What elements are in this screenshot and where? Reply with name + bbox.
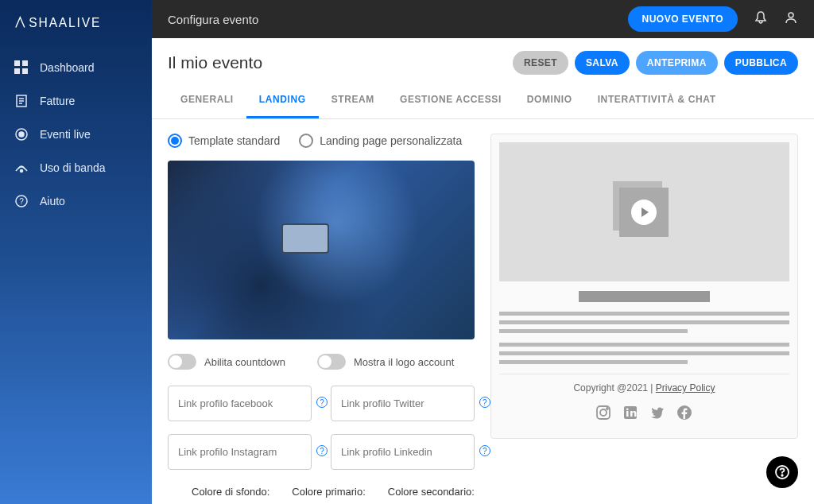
privacy-link[interactable]: Privacy Policy (656, 382, 715, 394)
preview-play-icon (619, 188, 669, 237)
info-icon[interactable]: ? (316, 397, 328, 408)
tab-chat[interactable]: INTERATTIVITÀ & CHAT (585, 83, 729, 118)
radio-template-standard[interactable]: Template standard (168, 134, 280, 148)
preview-hero (499, 142, 789, 281)
facebook-input-wrap: ? (168, 386, 312, 421)
linkedin-icon (622, 405, 638, 424)
sidebar-item-fatture[interactable]: Fatture (0, 84, 152, 118)
tabs: GENERALI LANDING STREAM GESTIONE ACCESSI… (152, 83, 814, 119)
sidebar-item-label: Eventi live (40, 128, 91, 141)
header-actions: RESET SALVA ANTEPRIMA PUBBLICA (513, 51, 798, 75)
sidebar-item-label: Uso di banda (40, 161, 106, 174)
template-radio-group: Template standard Landing page personali… (168, 134, 475, 148)
radio-label: Template standard (188, 134, 280, 147)
toggle-label: Mostra il logo account (354, 356, 454, 368)
sidebar-item-eventi[interactable]: Eventi live (0, 118, 152, 151)
color-secondary-label: Colore secondario: (388, 486, 475, 498)
bandwidth-icon (14, 161, 29, 175)
social-inputs: ? ? ? ? (168, 386, 475, 470)
preview-footer: Copyright @2021 | Privacy Policy (499, 374, 789, 398)
radio-unchecked-icon (299, 134, 313, 148)
preview-text-lines (499, 343, 789, 364)
live-icon (14, 127, 29, 142)
main-area: Configura evento NUOVO EVENTO Il mio eve… (152, 0, 814, 504)
sidebar-item-banda[interactable]: Uso di banda (0, 151, 152, 184)
sidebar-item-label: Fatture (40, 95, 75, 107)
toggle-row: Abilita countdown Mostra il logo account (168, 354, 475, 370)
logo: SHAALIVE (0, 14, 152, 51)
copyright-text: Copyright @2021 | (573, 382, 655, 394)
sidebar-item-aiuto[interactable]: ? Aiuto (0, 184, 152, 218)
preview-card: Copyright @2021 | Privacy Policy (490, 134, 798, 439)
color-background-label: Colore di sfondo: (192, 486, 269, 498)
anteprima-button[interactable]: ANTEPRIMA (636, 51, 718, 75)
preview-text-lines (499, 312, 789, 333)
toggle-logo-wrap: Mostra il logo account (317, 354, 454, 370)
svg-rect-3 (14, 68, 20, 74)
right-column: Copyright @2021 | Privacy Policy (490, 134, 798, 485)
svg-point-17 (607, 408, 608, 409)
radio-label: Landing page personalizzata (320, 134, 462, 147)
help-fab[interactable] (766, 456, 798, 488)
sidebar: SHAALIVE Dashboard Fatture Eventi live U… (0, 0, 152, 504)
new-event-button[interactable]: NUOVO EVENTO (628, 6, 738, 32)
twitter-icon (649, 405, 665, 424)
topbar: Configura evento NUOVO EVENTO (152, 0, 814, 38)
reset-button[interactable]: RESET (513, 51, 568, 75)
bell-icon[interactable] (754, 10, 768, 28)
facebook-input[interactable] (168, 386, 312, 421)
content: Template standard Landing page personali… (152, 119, 814, 499)
svg-text:SHAALIVE: SHAALIVE (29, 16, 101, 29)
topbar-actions: NUOVO EVENTO (628, 6, 798, 32)
svg-point-20 (626, 408, 629, 410)
tab-stream[interactable]: STREAM (319, 83, 387, 118)
tab-generali[interactable]: GENERALI (168, 83, 246, 118)
info-icon[interactable]: ? (479, 445, 490, 456)
svg-point-23 (781, 475, 783, 476)
user-icon[interactable] (784, 10, 798, 28)
salva-button[interactable]: SALVA (575, 51, 630, 75)
preview-title-placeholder (579, 291, 709, 302)
invoice-icon (14, 94, 29, 108)
page-title: Il mio evento (168, 53, 262, 72)
svg-rect-19 (626, 411, 629, 417)
svg-rect-2 (22, 60, 28, 66)
linkedin-input-wrap: ? (331, 434, 475, 470)
pubblica-button[interactable]: PUBBLICA (724, 51, 798, 75)
preview-socials (499, 398, 789, 430)
topbar-title: Configura evento (168, 13, 258, 26)
svg-point-11 (21, 170, 23, 173)
toggle-label: Abilita countdown (204, 356, 285, 368)
svg-rect-4 (22, 68, 28, 74)
help-icon: ? (14, 194, 29, 208)
instagram-icon (595, 405, 611, 424)
info-icon[interactable]: ? (316, 445, 328, 456)
linkedin-input[interactable] (331, 434, 475, 470)
tab-dominio[interactable]: DOMINIO (514, 83, 585, 118)
tab-landing[interactable]: LANDING (246, 83, 319, 118)
instagram-input-wrap: ? (168, 434, 312, 470)
twitter-input[interactable] (331, 386, 475, 421)
left-column: Template standard Landing page personali… (168, 134, 475, 485)
svg-rect-1 (14, 60, 20, 66)
color-primary-label: Colore primario: (292, 486, 365, 498)
sidebar-item-dashboard[interactable]: Dashboard (0, 51, 152, 84)
tab-accessi[interactable]: GESTIONE ACCESSI (387, 83, 514, 118)
countdown-toggle[interactable] (168, 354, 196, 370)
svg-point-14 (789, 13, 793, 17)
page-header: Il mio evento RESET SALVA ANTEPRIMA PUBB… (152, 38, 814, 83)
sidebar-item-label: Aiuto (40, 195, 65, 207)
dashboard-icon (14, 60, 29, 75)
instagram-input[interactable] (168, 434, 312, 470)
svg-point-9 (19, 132, 24, 137)
logo-toggle[interactable] (317, 354, 346, 370)
hero-image[interactable] (168, 161, 475, 339)
info-icon[interactable]: ? (479, 397, 490, 408)
svg-text:?: ? (19, 197, 24, 206)
phone-shape (281, 223, 329, 254)
svg-point-16 (600, 409, 607, 416)
color-row: Colore di sfondo: Colore primario: Color… (192, 486, 475, 498)
facebook-icon (676, 405, 692, 424)
twitter-input-wrap: ? (331, 386, 475, 421)
radio-template-custom[interactable]: Landing page personalizzata (299, 134, 462, 148)
